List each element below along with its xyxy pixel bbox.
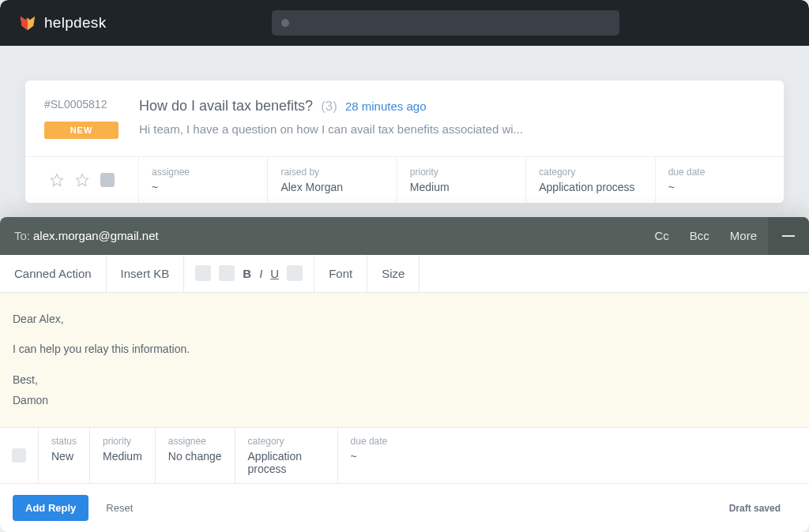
format-placeholder-3-icon[interactable]: [287, 265, 303, 281]
cc-button[interactable]: Cc: [654, 229, 668, 242]
star-outline-icon[interactable]: [75, 173, 89, 187]
ticket-id: #SL0005812: [44, 98, 139, 111]
body-content: I can help you relay this information.: [13, 339, 796, 360]
editor-toolbar: Canned Action Insert KB B I U Font Size: [0, 255, 809, 293]
message-body[interactable]: Dear Alex, I can help you relay this inf…: [0, 293, 809, 427]
minimize-icon: [782, 235, 795, 237]
ticket-actions: [25, 157, 139, 203]
ticket-title[interactable]: How do I avail tax benefits?: [139, 98, 313, 114]
reply-meta-status[interactable]: status New: [38, 428, 89, 483]
ticket-snippet: Hi team, I have a question on how I can …: [139, 122, 765, 136]
meta-due-date[interactable]: due date ~: [656, 157, 784, 203]
meta-priority[interactable]: priority Medium: [397, 157, 526, 203]
body-signature: Damon: [13, 390, 796, 411]
minimize-button[interactable]: [768, 217, 809, 255]
insert-kb-button[interactable]: Insert KB: [107, 255, 185, 292]
reply-checkbox[interactable]: [0, 428, 38, 483]
size-select[interactable]: Size: [367, 255, 420, 292]
reply-meta-due-date[interactable]: due date ~: [337, 428, 809, 483]
bcc-button[interactable]: Bcc: [690, 229, 709, 242]
reply-meta-priority[interactable]: priority Medium: [89, 428, 155, 483]
star-icon[interactable]: [50, 173, 64, 187]
app-header: helpdesk: [0, 0, 809, 46]
bold-button[interactable]: B: [243, 267, 251, 280]
to-label: To:: [14, 229, 30, 242]
reply-meta-category[interactable]: category Application process: [235, 428, 337, 483]
draft-status: Draft saved: [729, 503, 781, 514]
reply-panel: To: alex.morgan@gmail.net Cc Bcc More Ca…: [0, 217, 809, 532]
ticket-timestamp: 28 minutes ago: [345, 99, 427, 113]
underline-button[interactable]: U: [270, 267, 279, 280]
format-placeholder-1-icon[interactable]: [195, 265, 211, 281]
body-greeting: Dear Alex,: [13, 309, 796, 330]
fox-logo-icon: [19, 14, 36, 32]
meta-category[interactable]: category Application process: [526, 157, 655, 203]
ticket-card: #SL0005812 NEW How do I avail tax benefi…: [25, 81, 784, 203]
search-indicator-icon: [281, 19, 289, 27]
body-signoff: Best,: [13, 369, 796, 391]
add-reply-button[interactable]: Add Reply: [13, 495, 88, 521]
action-placeholder-icon[interactable]: [100, 173, 115, 187]
ticket-reply-count: (3): [321, 99, 337, 114]
meta-raised-by[interactable]: raised by Alex Morgan: [268, 157, 397, 203]
search-input[interactable]: [272, 10, 619, 36]
reset-button[interactable]: Reset: [106, 502, 133, 514]
font-select[interactable]: Font: [314, 255, 367, 292]
more-button[interactable]: More: [730, 229, 757, 242]
canned-action-button[interactable]: Canned Action: [0, 255, 107, 292]
to-email[interactable]: alex.morgan@gmail.net: [33, 229, 159, 242]
meta-assignee[interactable]: assignee ~: [139, 157, 268, 203]
italic-button[interactable]: I: [259, 267, 262, 280]
status-badge: NEW: [44, 122, 119, 139]
format-placeholder-2-icon[interactable]: [219, 265, 235, 281]
reply-header: To: alex.morgan@gmail.net Cc Bcc More: [0, 217, 809, 255]
brand-name: helpdesk: [44, 14, 106, 32]
reply-meta-assignee[interactable]: assignee No change: [155, 428, 235, 483]
